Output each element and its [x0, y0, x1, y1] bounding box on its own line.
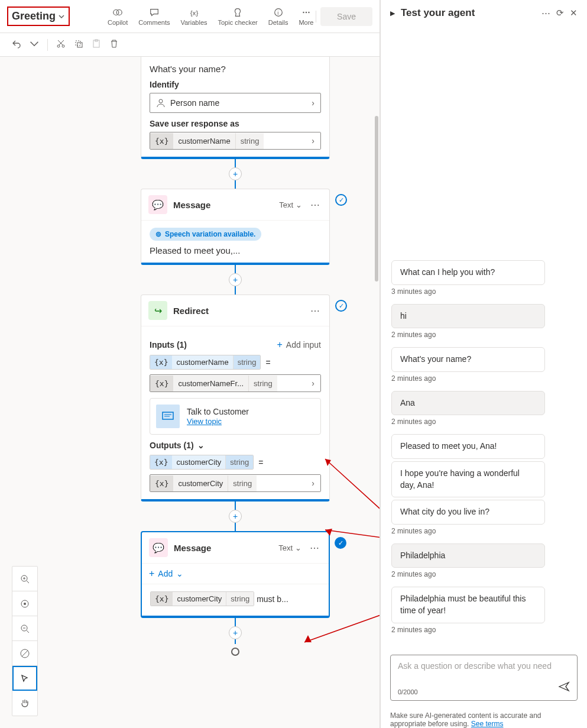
redirect-node[interactable]: ✓ ↪ Redirect ⋯ Inputs (1) + Add input [141, 295, 330, 501]
save-as-label: Save user response as [150, 119, 321, 128]
add-node-button[interactable]: + [229, 273, 242, 286]
message-suffix: must b... [257, 594, 288, 604]
person-icon [156, 98, 166, 108]
message-type-dropdown[interactable]: Text ⌄ [279, 200, 302, 209]
details-button[interactable]: iDetails [268, 7, 288, 26]
bot-message: What's your name? [391, 347, 545, 372]
topic-icon [156, 405, 180, 428]
node-status-icon: ✓ [335, 194, 347, 206]
svg-text:i: i [277, 9, 278, 15]
node-more-button[interactable]: ⋯ [308, 199, 322, 211]
svg-line-34 [22, 651, 28, 656]
selection-tool-button[interactable] [12, 666, 37, 691]
message-timestamp: 2 minutes ago [391, 374, 576, 383]
message-icon: 💬 [149, 538, 168, 557]
svg-line-25 [27, 581, 29, 583]
output-mapping-field[interactable]: {x} customerCity string › [150, 474, 321, 492]
topic-name-dropdown[interactable]: Greeting [7, 7, 70, 26]
see-terms-link[interactable]: See terms [471, 720, 504, 728]
message-node-selected[interactable]: ✓ 💬 Message Text ⌄ ⋯ +Add⌄ {x}customerCi… [141, 531, 330, 618]
user-message: Philadelphia [391, 543, 545, 568]
input-variable-chip[interactable]: {x}customerNamestring [150, 355, 261, 370]
test-panel: ▶ Test your agent ⋯ ⟳ ✕ What can I help … [380, 0, 587, 728]
svg-point-29 [24, 603, 26, 605]
chat-input[interactable]: Ask a question or describe what you need… [390, 655, 578, 701]
bot-message: Pleased to meet you, Ana! [391, 434, 545, 459]
refresh-button[interactable]: ⟳ [556, 8, 564, 18]
more-button[interactable]: More [299, 7, 313, 26]
view-topic-link[interactable]: View topic [187, 417, 222, 426]
message-icon: 💬 [148, 195, 167, 214]
copy-button[interactable] [74, 39, 83, 50]
bot-message: I hope you're having a wonderful day, An… [391, 461, 545, 497]
add-node-button[interactable]: + [229, 626, 242, 639]
pan-tool-button[interactable] [12, 691, 37, 716]
collapse-icon[interactable]: ▶ [390, 9, 395, 17]
ai-disclaimer: Make sure AI-generated content is accura… [381, 707, 587, 728]
svg-point-5 [303, 11, 304, 12]
chat-input-placeholder: Ask a question or describe what you need [398, 661, 570, 671]
chat-transcript: What can I help you with?3 minutes agohi… [381, 26, 587, 649]
message-timestamp: 2 minutes ago [391, 626, 576, 634]
node-more-button[interactable]: ⋯ [308, 305, 322, 316]
chevron-right-icon: › [306, 132, 320, 149]
char-counter: 0/2000 [398, 688, 418, 695]
fit-view-button[interactable] [12, 591, 37, 616]
zoom-toolbar [12, 566, 38, 716]
svg-text:{x}: {x} [190, 8, 199, 16]
message-type-dropdown[interactable]: Text ⌄ [278, 543, 301, 552]
add-variation-button[interactable]: +Add⌄ [142, 564, 329, 584]
svg-rect-11 [77, 43, 82, 47]
reset-button[interactable] [12, 641, 37, 666]
chevron-down-icon[interactable]: ⌄ [197, 441, 205, 450]
topic-checker-button[interactable]: Topic checker [218, 7, 258, 26]
panel-more-button[interactable]: ⋯ [541, 8, 550, 18]
undo-button[interactable] [12, 39, 21, 50]
zoom-out-button[interactable] [12, 616, 37, 641]
add-input-button[interactable]: + Add input [277, 339, 321, 350]
linked-topic-name: Talk to Customer [187, 407, 249, 416]
svg-point-1 [116, 9, 122, 15]
svg-line-31 [27, 630, 29, 633]
close-button[interactable]: ✕ [570, 8, 578, 18]
add-node-button[interactable]: + [229, 167, 242, 180]
test-panel-title: Test your agent [401, 7, 536, 19]
identify-label: Identify [150, 80, 321, 89]
authoring-header: Greeting Copilot Comments {x}Variables T… [0, 0, 380, 33]
speech-variation-badge[interactable]: ⊚ Speech variation available. [150, 228, 261, 241]
user-message: hi [391, 304, 545, 329]
zoom-in-button[interactable] [12, 567, 37, 591]
topic-name-label: Greeting [12, 10, 56, 22]
add-node-button[interactable]: + [229, 510, 242, 523]
chevron-right-icon: › [312, 98, 314, 108]
send-button[interactable] [558, 681, 570, 695]
user-message: Ana [391, 391, 545, 416]
edit-toolbar [0, 33, 380, 57]
message-node[interactable]: ✓ 💬 Message Text ⌄ ⋯ ⊚ Speech variation … [141, 189, 330, 265]
message-variable-chip[interactable]: {x}customerCitystring [150, 591, 254, 606]
save-button[interactable]: Save [320, 7, 372, 26]
identify-field[interactable]: Person name › [150, 93, 321, 113]
inputs-label: Inputs (1) [150, 340, 187, 350]
authoring-canvas[interactable]: What's your name? Identify Person name ›… [0, 57, 380, 728]
variables-button[interactable]: {x}Variables [180, 7, 207, 26]
node-more-button[interactable]: ⋯ [307, 542, 322, 554]
message-timestamp: 2 minutes ago [391, 570, 576, 578]
bot-message: What city do you live in? [391, 500, 545, 525]
scrollbar-thumb[interactable] [375, 116, 378, 282]
message-timestamp: 3 minutes ago [391, 287, 576, 296]
delete-button[interactable] [109, 39, 119, 50]
input-mapping-field[interactable]: {x} customerNameFr... string › [150, 374, 321, 392]
linked-topic-card[interactable]: Talk to Customer View topic [150, 398, 321, 435]
svg-line-20 [325, 530, 380, 551]
output-variable-chip[interactable]: {x}customerCitystring [150, 455, 254, 470]
cut-button[interactable] [56, 39, 66, 50]
question-node[interactable]: What's your name? Identify Person name ›… [141, 57, 330, 159]
svg-rect-10 [76, 41, 80, 46]
comments-button[interactable]: Comments [138, 7, 170, 26]
undo-dropdown[interactable] [30, 39, 39, 50]
copilot-button[interactable]: Copilot [108, 7, 128, 26]
paste-button[interactable] [92, 39, 101, 50]
save-variable-field[interactable]: {x} customerName string › [150, 132, 321, 150]
speech-icon: ⊚ [155, 230, 161, 238]
